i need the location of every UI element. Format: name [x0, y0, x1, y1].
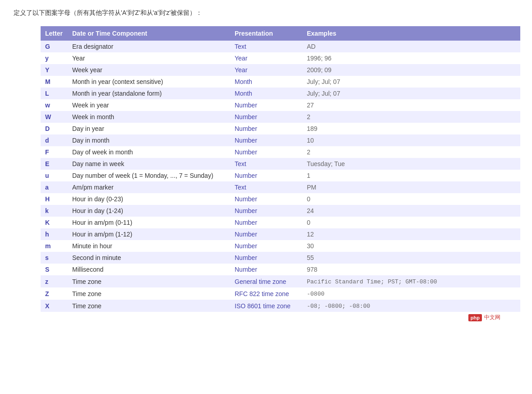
cell-letter: s — [41, 252, 68, 264]
cell-letter: k — [41, 205, 68, 217]
cell-presentation: Number — [230, 146, 302, 158]
cell-letter: M — [41, 76, 68, 88]
header-component: Date or Time Component — [68, 26, 230, 41]
cell-letter: D — [41, 123, 68, 134]
table-row: GEra designatorTextAD — [41, 41, 520, 52]
cell-component: Month in year (context sensitive) — [68, 76, 230, 88]
cell-examples: 27 — [302, 99, 520, 111]
cell-component: Week in year — [68, 99, 230, 111]
cell-examples: 0 — [302, 217, 520, 228]
cell-examples: July; Jul; 07 — [302, 88, 520, 99]
cell-component: Era designator — [68, 41, 230, 52]
cell-letter: d — [41, 134, 68, 146]
cell-component: Millisecond — [68, 264, 230, 275]
cell-component: Week year — [68, 64, 230, 76]
cell-letter: a — [41, 181, 68, 193]
cell-examples: 1996; 96 — [302, 52, 520, 64]
cell-letter: Z — [41, 287, 68, 300]
cell-component: Day of week in month — [68, 146, 230, 158]
php-badge: php — [468, 314, 482, 321]
cell-presentation: General time zone — [230, 275, 302, 287]
cell-examples: July; Jul; 07 — [302, 76, 520, 88]
cell-component: Year — [68, 52, 230, 64]
table-row: hHour in am/pm (1-12)Number12 — [41, 228, 520, 240]
cell-letter: S — [41, 264, 68, 275]
table-row: wWeek in yearNumber27 — [41, 99, 520, 111]
cell-letter: m — [41, 240, 68, 252]
table-row: HHour in day (0-23)Number0 — [41, 193, 520, 205]
cell-presentation: Text — [230, 41, 302, 52]
table-row: LMonth in year (standalone form)MonthJul… — [41, 88, 520, 99]
cell-presentation: Number — [230, 123, 302, 134]
cell-presentation: Number — [230, 205, 302, 217]
table-row: mMinute in hourNumber30 — [41, 240, 520, 252]
cell-component: Hour in am/pm (0-11) — [68, 217, 230, 228]
cell-letter: H — [41, 193, 68, 205]
cell-component: Am/pm marker — [68, 181, 230, 193]
cell-component: Hour in am/pm (1-12) — [68, 228, 230, 240]
cell-component: Week in month — [68, 111, 230, 123]
cell-letter: w — [41, 99, 68, 111]
cell-examples: 30 — [302, 240, 520, 252]
table-row: WWeek in monthNumber2 — [41, 111, 520, 123]
cell-presentation: Text — [230, 158, 302, 170]
table-row: dDay in monthNumber10 — [41, 134, 520, 146]
cell-letter: Y — [41, 64, 68, 76]
table-row: yYearYear1996; 96 — [41, 52, 520, 64]
cell-letter: X — [41, 300, 68, 312]
table-row: YWeek yearYear2009; 09 — [41, 64, 520, 76]
cell-presentation: Number — [230, 217, 302, 228]
cell-examples: Tuesday; Tue — [302, 158, 520, 170]
cell-examples: 1 — [302, 170, 520, 181]
cell-presentation: Number — [230, 111, 302, 123]
intro-text: 定义了以下图案字母（所有其他字符从'A'到'Z'和从'a'到'z'被保留）： — [14, 9, 518, 17]
header-presentation: Presentation — [230, 26, 302, 41]
table-row: aAm/pm markerTextPM — [41, 181, 520, 193]
cell-examples: -0800 — [302, 287, 520, 300]
cell-presentation: Number — [230, 228, 302, 240]
cell-presentation: Number — [230, 134, 302, 146]
cell-component: Minute in hour — [68, 240, 230, 252]
cell-component: Hour in day (0-23) — [68, 193, 230, 205]
cell-examples: 0 — [302, 193, 520, 205]
cell-presentation: Number — [230, 252, 302, 264]
cell-presentation: Number — [230, 170, 302, 181]
cell-examples: -08; -0800; -08:00 — [302, 300, 520, 312]
cell-presentation: ISO 8601 time zone — [230, 300, 302, 312]
cell-presentation: Month — [230, 76, 302, 88]
cell-letter: F — [41, 146, 68, 158]
cell-presentation: Number — [230, 264, 302, 275]
site-name: 中文网 — [484, 314, 500, 321]
cell-examples: 10 — [302, 134, 520, 146]
cell-component: Day number of week (1 = Monday, ..., 7 =… — [68, 170, 230, 181]
cell-component: Hour in day (1-24) — [68, 205, 230, 217]
cell-component: Time zone — [68, 300, 230, 312]
cell-presentation: Text — [230, 181, 302, 193]
cell-examples: 978 — [302, 264, 520, 275]
cell-examples: 189 — [302, 123, 520, 134]
cell-component: Time zone — [68, 275, 230, 287]
date-format-table: Letter Date or Time Component Presentati… — [41, 26, 520, 312]
cell-letter: E — [41, 158, 68, 170]
cell-examples: 2009; 09 — [302, 64, 520, 76]
cell-component: Time zone — [68, 287, 230, 300]
table-row: zTime zoneGeneral time zonePacific Stand… — [41, 275, 520, 287]
cell-examples: 24 — [302, 205, 520, 217]
cell-letter: y — [41, 52, 68, 64]
table-row: EDay name in weekTextTuesday; Tue — [41, 158, 520, 170]
cell-component: Second in minute — [68, 252, 230, 264]
cell-letter: W — [41, 111, 68, 123]
table-row: kHour in day (1-24)Number24 — [41, 205, 520, 217]
cell-component: Day in month — [68, 134, 230, 146]
cell-examples: 12 — [302, 228, 520, 240]
table-row: sSecond in minuteNumber55 — [41, 252, 520, 264]
cell-letter: u — [41, 170, 68, 181]
cell-presentation: Number — [230, 99, 302, 111]
table-row: XTime zoneISO 8601 time zone-08; -0800; … — [41, 300, 520, 312]
cell-examples: 2 — [302, 146, 520, 158]
cell-presentation: RFC 822 time zone — [230, 287, 302, 300]
header-letter: Letter — [41, 26, 68, 41]
cell-examples: 2 — [302, 111, 520, 123]
header-examples: Examples — [302, 26, 520, 41]
cell-component: Day in year — [68, 123, 230, 134]
